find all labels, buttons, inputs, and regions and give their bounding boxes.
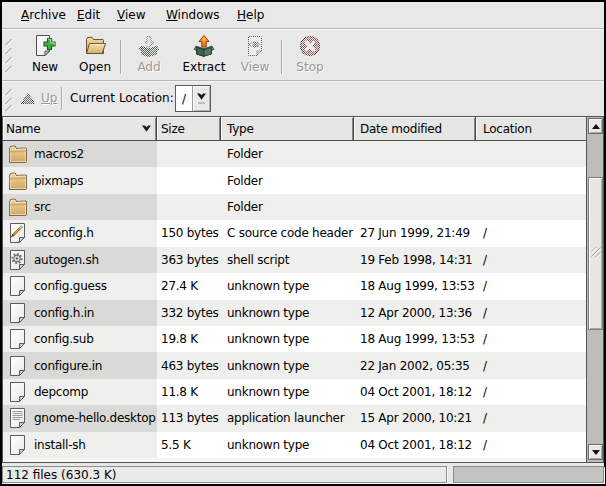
file-row[interactable]: config.guess 27.4 K unknown type 18 Aug …	[3, 273, 586, 299]
toolbar: New Open Add Extract View Stop	[2, 30, 604, 80]
cell-name: depcomp	[3, 379, 157, 405]
location-combo-value: /	[176, 86, 193, 111]
vertical-scrollbar[interactable]	[586, 117, 603, 462]
cell-size: 19.8 K	[157, 326, 221, 352]
folder-icon	[6, 169, 30, 193]
cell-name: install-sh	[3, 432, 157, 458]
location-combo-button[interactable]	[193, 86, 210, 111]
combo-dash	[198, 102, 205, 104]
cell-size: 5.5 K	[157, 432, 221, 458]
file-row[interactable]: src Folder	[3, 194, 586, 220]
cell-name: autogen.sh	[3, 247, 157, 273]
file-name: configure.in	[34, 359, 102, 373]
locationbar-separator	[61, 87, 63, 110]
cell-location: /	[476, 326, 586, 352]
page-icon	[6, 354, 30, 378]
scrollbar-down-button[interactable]	[588, 444, 603, 460]
cell-type: unknown type	[221, 273, 354, 299]
file-row[interactable]: pixmaps Folder	[3, 167, 586, 193]
cell-size	[157, 167, 221, 193]
stop-button-label: Stop	[296, 60, 323, 74]
cell-name: macros2	[3, 141, 157, 167]
column-header-date-modified[interactable]: Date modified	[354, 117, 476, 140]
file-name: depcomp	[34, 385, 88, 399]
menu-windows[interactable]: Windows	[166, 2, 220, 28]
file-name: src	[34, 200, 51, 214]
page-icon	[6, 380, 30, 404]
file-row[interactable]: macros2 Folder	[3, 141, 586, 167]
status-bar: 112 files (630.3 K)	[2, 464, 604, 484]
cell-date-modified	[354, 167, 476, 193]
menu-windows-label: Windows	[166, 8, 220, 22]
file-row[interactable]: acconfig.h 150 bytes C source code heade…	[3, 220, 586, 246]
cell-size: 113 bytes	[157, 405, 221, 431]
add-button-label: Add	[137, 60, 160, 74]
cell-size	[157, 141, 221, 167]
cell-size: 332 bytes	[157, 300, 221, 326]
cell-type: application launcher	[221, 405, 354, 431]
cell-name: pixmaps	[3, 167, 157, 193]
cell-name: config.guess	[3, 273, 157, 299]
cell-type: shell script	[221, 247, 354, 273]
menu-archive-label: Archive	[21, 8, 66, 22]
status-message: 112 files (630.3 K)	[2, 466, 447, 483]
cell-name: gnome-hello.desktop	[3, 405, 157, 431]
scrollbar-up-button[interactable]	[588, 118, 603, 134]
stop-button[interactable]: Stop	[277, 34, 343, 80]
cell-date-modified	[354, 194, 476, 220]
cell-name: acconfig.h	[3, 220, 157, 246]
cell-location	[476, 194, 586, 220]
file-row[interactable]: config.sub 19.8 K unknown type 18 Aug 19…	[3, 326, 586, 352]
folder-icon	[6, 142, 30, 166]
cell-type: Folder	[221, 194, 354, 220]
menu-edit[interactable]: Edit	[77, 2, 100, 28]
page-pen-icon	[6, 221, 30, 245]
page-text-icon	[6, 406, 30, 430]
add-files-icon	[137, 34, 161, 58]
menu-help-label: Help	[237, 8, 264, 22]
scrollbar-thumb[interactable]	[588, 177, 603, 330]
archive-manager-window: Archive Edit View Windows Help New	[0, 0, 606, 486]
file-name: acconfig.h	[34, 226, 94, 240]
column-header-name[interactable]: Name	[3, 117, 157, 140]
window-content: Archive Edit View Windows Help New	[2, 2, 604, 484]
column-header-size-label: Size	[161, 122, 185, 136]
column-header-type[interactable]: Type	[221, 117, 354, 140]
page-icon	[6, 301, 30, 325]
menu-view[interactable]: View	[117, 2, 145, 28]
cell-size: 363 bytes	[157, 247, 221, 273]
file-row[interactable]: configure.in 463 bytes unknown type 22 J…	[3, 352, 586, 378]
file-row[interactable]: gnome-hello.desktop 113 bytes applicatio…	[3, 405, 586, 431]
file-name: pixmaps	[34, 174, 83, 188]
column-header-name-label: Name	[6, 122, 40, 136]
locationbar-drag-handle[interactable]	[5, 86, 13, 112]
column-headers: Name Size Type Date modified Location	[3, 117, 586, 141]
file-row[interactable]: depcomp 11.8 K unknown type 04 Oct 2001,…	[3, 379, 586, 405]
cell-date-modified: 22 Jan 2002, 05:35	[354, 352, 476, 378]
column-header-location-label: Location	[483, 122, 532, 136]
cell-size: 11.8 K	[157, 379, 221, 405]
file-row[interactable]: install-sh 5.5 K unknown type 04 Oct 200…	[3, 432, 586, 458]
new-archive-icon	[33, 34, 57, 58]
menu-archive[interactable]: Archive	[21, 2, 66, 28]
menu-help[interactable]: Help	[237, 2, 264, 28]
stop-icon	[298, 34, 322, 58]
column-header-location[interactable]: Location	[476, 117, 586, 140]
current-location-label: Current Location:	[70, 82, 174, 114]
cell-date-modified: 04 Oct 2001, 18:12	[354, 379, 476, 405]
location-combo[interactable]: /	[175, 85, 211, 112]
cell-size	[157, 194, 221, 220]
file-name: config.sub	[34, 332, 94, 346]
cell-type: unknown type	[221, 379, 354, 405]
file-name: gnome-hello.desktop	[34, 411, 156, 425]
file-row[interactable]: config.h.in 332 bytes unknown type 12 Ap…	[3, 300, 586, 326]
cell-type: Folder	[221, 141, 354, 167]
status-text: 112 files (630.3 K)	[6, 468, 116, 482]
cell-location	[476, 167, 586, 193]
cell-name: config.sub	[3, 326, 157, 352]
up-button[interactable]: Up	[21, 84, 57, 112]
cell-name: configure.in	[3, 352, 157, 378]
file-row[interactable]: autogen.sh 363 bytes shell script 19 Feb…	[3, 247, 586, 273]
column-header-size[interactable]: Size	[157, 117, 221, 140]
scrollbar-grip-icon	[591, 247, 601, 261]
